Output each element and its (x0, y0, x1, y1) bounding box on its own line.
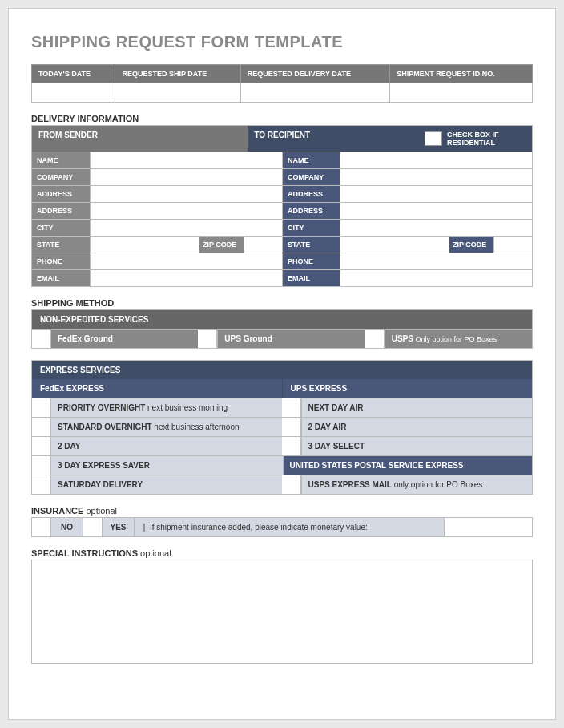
three-day-saver-cell: 3 DAY EXPRESS SAVER (51, 456, 283, 475)
sender-state-label: STATE (32, 237, 90, 253)
top-dates-table: TODAY'S DATE REQUESTED SHIP DATE REQUEST… (31, 64, 533, 103)
ups-ground-checkbox[interactable] (198, 330, 217, 348)
sender-name-input[interactable] (90, 152, 282, 168)
th-delivery-date: REQUESTED DELIVERY DATE (240, 65, 389, 83)
recipient-address1-label: ADDRESS (282, 186, 340, 202)
th-todays-date: TODAY'S DATE (32, 65, 115, 83)
residential-checkbox[interactable] (425, 131, 442, 146)
recipient-zip-input[interactable] (494, 237, 532, 253)
sender-city-label: CITY (32, 220, 90, 236)
from-sender-header: FROM SENDER (32, 126, 248, 152)
express-header: EXPRESS SERVICES (32, 361, 532, 379)
sender-address2-label: ADDRESS (32, 203, 90, 219)
sender-phone-input[interactable] (90, 253, 282, 269)
recipient-name-label: NAME (282, 152, 340, 168)
two-day-air-cell: 2 DAY AIR (301, 418, 533, 436)
recipient-city-input[interactable] (340, 220, 532, 236)
insurance-yes-checkbox[interactable] (83, 518, 103, 536)
sender-zip-input[interactable] (244, 237, 282, 253)
th-request-id: SHIPMENT REQUEST ID NO. (390, 65, 533, 83)
shipping-method-box: NON-EXPEDITED SERVICES FedEx Ground UPS … (31, 309, 533, 349)
fedex-ground-checkbox[interactable] (32, 330, 51, 348)
insurance-no-label: NO (51, 518, 83, 536)
insurance-yes-label: YES (103, 518, 135, 536)
recipient-address2-input[interactable] (340, 203, 532, 219)
two-day-cell: 2 DAY (51, 437, 282, 455)
recipient-name-input[interactable] (340, 152, 532, 168)
standard-overnight-cell: STANDARD OVERNIGHT next business afterno… (51, 418, 282, 436)
recipient-city-label: CITY (282, 220, 340, 236)
page-title: SHIPPING REQUEST FORM TEMPLATE (31, 33, 533, 51)
fedex-ground-option: FedEx Ground (51, 330, 198, 348)
fedex-express-header: FedEx EXPRESS (32, 379, 282, 398)
usps-express-mail-cell: USPS EXPRESS MAIL only option for PO Box… (301, 475, 533, 494)
sender-company-input[interactable] (90, 169, 282, 185)
three-day-select-checkbox[interactable] (282, 437, 301, 455)
three-day-saver-checkbox[interactable] (32, 456, 51, 475)
insurance-text: | If shipment insurance added, please in… (135, 518, 444, 536)
sender-email-label: EMAIL (32, 270, 90, 286)
insurance-box: NO YES | If shipment insurance added, pl… (31, 517, 533, 537)
sender-address2-input[interactable] (90, 203, 282, 219)
insurance-no-checkbox[interactable] (32, 518, 51, 536)
recipient-state-input[interactable] (340, 237, 449, 253)
recipient-zip-label: ZIP CODE (449, 237, 494, 253)
ups-ground-option: UPS Ground (217, 330, 365, 348)
recipient-address2-label: ADDRESS (282, 203, 340, 219)
standard-overnight-checkbox[interactable] (32, 418, 51, 436)
sender-name-label: NAME (32, 152, 90, 168)
recipient-email-label: EMAIL (282, 270, 340, 286)
ups-express-header: UPS EXPRESS (282, 379, 533, 398)
express-services-box: EXPRESS SERVICES FedEx EXPRESS UPS EXPRE… (31, 360, 533, 495)
three-day-select-cell: 3 DAY SELECT (301, 437, 533, 455)
usps-checkbox[interactable] (365, 330, 385, 348)
sender-zip-label: ZIP CODE (199, 237, 244, 253)
shipping-form-page: SHIPPING REQUEST FORM TEMPLATE TODAY'S D… (8, 8, 556, 720)
residential-header: CHECK BOX IF RESIDENTIAL (428, 126, 532, 152)
recipient-email-input[interactable] (340, 270, 532, 286)
recipient-phone-input[interactable] (340, 253, 532, 269)
saturday-delivery-cell: SATURDAY DELIVERY (51, 475, 282, 494)
insurance-section-label: INSURANCE optional (31, 506, 533, 516)
next-day-air-cell: NEXT DAY AIR (301, 398, 533, 417)
recipient-address1-input[interactable] (340, 186, 532, 202)
priority-overnight-cell: PRIORITY OVERNIGHT next business morning (51, 398, 282, 417)
delivery-info-box: FROM SENDER TO RECIPIENT CHECK BOX IF RE… (31, 125, 533, 287)
recipient-phone-label: PHONE (282, 253, 340, 269)
shipping-method-label: SHIPPING METHOD (31, 298, 533, 308)
delivery-section-label: DELIVERY INFORMATION (31, 114, 533, 123)
usps-option: USPS Only option for PO Boxes (385, 330, 532, 348)
input-todays-date[interactable] (32, 83, 115, 103)
two-day-checkbox[interactable] (32, 437, 51, 455)
input-delivery-date[interactable] (240, 83, 389, 103)
recipient-company-label: COMPANY (282, 169, 340, 185)
th-ship-date: REQUESTED SHIP DATE (115, 65, 240, 83)
special-instructions-input[interactable] (31, 560, 533, 664)
to-recipient-header: TO RECIPIENT (248, 126, 428, 152)
usps-express-header: UNITED STATES POSTAL SERVICE EXPRESS (283, 456, 532, 475)
sender-city-input[interactable] (90, 220, 282, 236)
sender-address1-input[interactable] (90, 186, 282, 202)
sender-company-label: COMPANY (32, 169, 90, 185)
recipient-state-label: STATE (282, 237, 340, 253)
saturday-delivery-checkbox[interactable] (32, 475, 51, 494)
insurance-value-input[interactable] (444, 518, 532, 536)
sender-address1-label: ADDRESS (32, 186, 90, 202)
recipient-company-input[interactable] (340, 169, 532, 185)
input-request-id[interactable] (390, 83, 533, 103)
sender-email-input[interactable] (90, 270, 282, 286)
next-day-air-checkbox[interactable] (282, 398, 301, 417)
instructions-section-label: SPECIAL INSTRUCTIONS optional (31, 548, 533, 558)
input-ship-date[interactable] (115, 83, 240, 103)
non-expedited-header: NON-EXPEDITED SERVICES (32, 310, 532, 329)
usps-express-mail-checkbox[interactable] (282, 475, 301, 494)
sender-phone-label: PHONE (32, 253, 90, 269)
residential-label: CHECK BOX IF RESIDENTIAL (447, 131, 529, 147)
priority-overnight-checkbox[interactable] (32, 398, 51, 417)
two-day-air-checkbox[interactable] (282, 418, 301, 436)
sender-state-input[interactable] (90, 237, 199, 253)
